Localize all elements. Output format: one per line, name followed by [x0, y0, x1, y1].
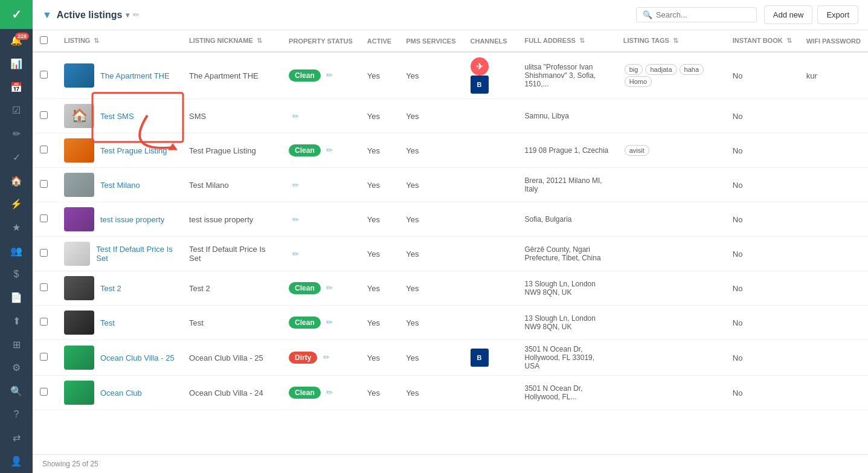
dropdown-caret[interactable]: ▾: [126, 11, 129, 19]
status-edit-icon[interactable]: ✏: [292, 249, 299, 259]
table-row: Test 2 Test 2Clean ✏YesYes13 Slough Ln, …: [33, 271, 868, 306]
status-edit-icon[interactable]: ✏: [326, 146, 333, 155]
add-new-button[interactable]: Add new: [764, 5, 813, 24]
row-checkbox[interactable]: [40, 353, 48, 361]
sidebar-item-tasks[interactable]: ☑: [0, 99, 33, 123]
chart-icon: 📊: [10, 58, 22, 69]
listing-tags: [616, 340, 725, 376]
col-address[interactable]: FULL ADDRESS ⇅: [517, 30, 616, 52]
title-text: Active listings: [57, 10, 122, 21]
sidebar-item-search[interactable]: 🔍: [0, 379, 33, 403]
people-icon: 👥: [10, 245, 22, 257]
row-checkbox[interactable]: [40, 388, 48, 396]
wifi-password: [799, 168, 868, 202]
edit-title-icon[interactable]: ✏: [133, 10, 140, 19]
calendar-icon: 📅: [10, 82, 22, 93]
listing-name[interactable]: test issue property: [100, 215, 164, 224]
sidebar-item-switch[interactable]: ⇄: [0, 426, 33, 449]
sidebar-item-analytics[interactable]: 📊: [0, 52, 33, 76]
col-instant-book[interactable]: INSTANT BOOK ⇅: [725, 30, 799, 52]
export-button[interactable]: Export: [817, 5, 858, 24]
active-status: Yes: [360, 202, 399, 237]
sidebar-item-share[interactable]: ⬆: [0, 309, 33, 333]
help-icon: ?: [14, 409, 19, 420]
row-checkbox[interactable]: [40, 283, 48, 291]
select-all-checkbox[interactable]: [40, 36, 48, 44]
row-checkbox[interactable]: [40, 180, 48, 188]
col-wifi: WIFI PASSWORD: [799, 30, 868, 52]
row-checkbox[interactable]: [40, 214, 48, 222]
tag-badge: haha: [680, 64, 704, 75]
channels: [463, 237, 518, 271]
property-status: ✏: [281, 202, 360, 237]
row-checkbox[interactable]: [40, 249, 48, 257]
row-checkbox[interactable]: [40, 111, 48, 119]
listing-name[interactable]: Test 2: [100, 284, 121, 293]
row-checkbox[interactable]: [40, 318, 48, 326]
sidebar-item-edit[interactable]: ✏: [0, 122, 33, 146]
sidebar-item-calendar[interactable]: 📅: [0, 76, 33, 99]
channels: [463, 134, 518, 168]
listing-name[interactable]: The Apartment THE: [100, 71, 170, 80]
listing-name[interactable]: Test: [100, 318, 115, 327]
channels: [463, 376, 518, 410]
listing-nickname: Test Prague Listing: [182, 134, 281, 168]
check-icon: ✓: [13, 152, 21, 163]
listing-cell: Ocean Club: [64, 381, 175, 405]
sidebar-item-listings[interactable]: 🏠: [0, 169, 33, 193]
sidebar-item-reviews[interactable]: ★: [0, 216, 33, 239]
sidebar-item-contacts[interactable]: 👥: [0, 239, 33, 263]
status-edit-icon[interactable]: ✏: [326, 318, 333, 327]
row-checkbox[interactable]: [40, 146, 48, 153]
status-edit-icon[interactable]: ✏: [326, 71, 333, 80]
search-input[interactable]: [656, 10, 750, 19]
status-edit-icon[interactable]: ✏: [323, 353, 330, 362]
sidebar-item-help[interactable]: ?: [0, 403, 33, 426]
sidebar-item-automations[interactable]: ⚡: [0, 192, 33, 216]
listing-name[interactable]: Test SMS: [100, 112, 134, 121]
wifi-password: [799, 271, 868, 306]
listing-name[interactable]: Ocean Club: [100, 388, 142, 397]
listing-name[interactable]: Ocean Club Villa - 25: [100, 353, 175, 362]
sidebar-item-financials[interactable]: $: [0, 263, 33, 286]
listing-tags: [616, 99, 725, 134]
row-checkbox[interactable]: [40, 71, 48, 79]
grid-icon: ⊞: [13, 339, 21, 350]
instant-book: No: [725, 202, 799, 237]
status-edit-icon[interactable]: ✏: [292, 181, 299, 190]
status-edit-icon[interactable]: ✏: [326, 388, 333, 397]
table-row: Test Prague Listing Test Prague ListingC…: [33, 134, 868, 168]
sidebar-item-settings[interactable]: ⚙: [0, 356, 33, 379]
pms-services: Yes: [399, 99, 463, 134]
col-nickname[interactable]: LISTING NICKNAME ⇅: [182, 30, 281, 52]
listing-cell: test issue property: [64, 207, 175, 231]
sidebar-item-check[interactable]: ✓: [0, 146, 33, 169]
listing-cell: The Apartment THE: [64, 63, 175, 88]
instant-book-sort-icon: ⇅: [786, 37, 792, 44]
col-tags[interactable]: LISTING TAGS ⇅: [616, 30, 725, 52]
channels: [463, 99, 518, 134]
listing-tags: [616, 168, 725, 202]
listing-name[interactable]: Test If Default Price Is Set: [96, 245, 175, 263]
booking-icon: B: [471, 76, 489, 94]
sidebar-item-documents[interactable]: 📄: [0, 286, 33, 309]
listing-name[interactable]: Test Milano: [100, 181, 140, 190]
col-listing[interactable]: LISTING ⇅: [57, 30, 182, 52]
status-edit-icon[interactable]: ✏: [326, 283, 333, 292]
pms-services: Yes: [399, 52, 463, 99]
sidebar-item-integrations[interactable]: ⊞: [0, 333, 33, 356]
pms-services: Yes: [399, 202, 463, 237]
table-row: Test Milano Test Milano✏YesYesBrera, 201…: [33, 168, 868, 202]
listing-cell: Test Milano: [64, 173, 175, 197]
sidebar-item-profile[interactable]: 👤: [0, 449, 33, 473]
status-edit-icon[interactable]: ✏: [292, 215, 299, 224]
pms-services: Yes: [399, 134, 463, 168]
full-address: Sofia, Bulgaria: [517, 202, 616, 237]
listing-name[interactable]: Test Prague Listing: [100, 146, 167, 155]
avatar-icon: 👤: [10, 455, 22, 467]
sidebar-logo[interactable]: ✓: [0, 0, 33, 29]
status-edit-icon[interactable]: ✏: [292, 112, 299, 121]
instant-book: No: [725, 340, 799, 376]
sidebar-item-notifications[interactable]: 🔔 228: [0, 29, 33, 53]
table-row: test issue property test issue property✏…: [33, 202, 868, 237]
